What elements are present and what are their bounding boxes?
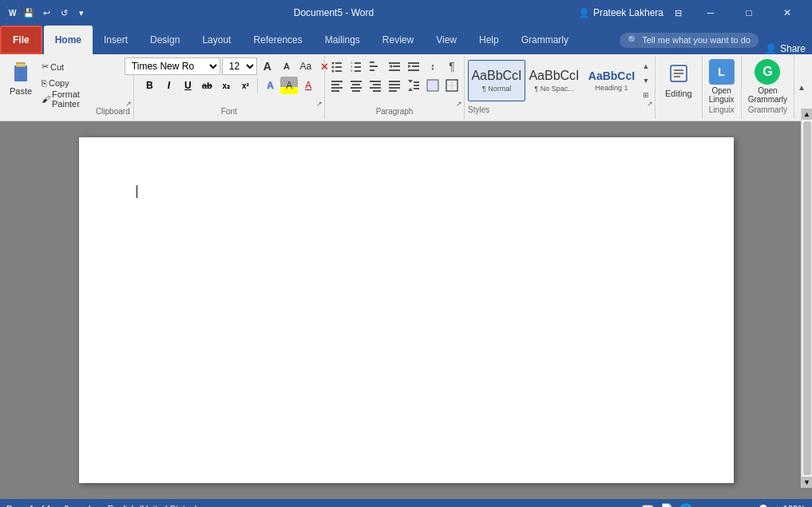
align-right-btn[interactable] [366,77,384,94]
font-row-1: Times New Ro 12 A A Aa ✕ [125,57,334,75]
tab-references[interactable]: References [242,26,313,54]
quick-access-toolbar: W 💾 ↩ ↺ ▾ [6,5,89,21]
read-mode-icon[interactable]: 📖 [641,503,654,508]
style-normal[interactable]: AaBbCcI ¶ Normal [468,60,525,101]
tell-me-input[interactable]: 🔍 Tell me what you want to do [620,33,759,48]
zoom-level: 100% [783,504,806,507]
tab-insert[interactable]: Insert [93,26,139,54]
svg-rect-46 [414,81,419,83]
tabs-row: File Home Insert Design Layout Reference… [0,26,812,54]
vertical-scrollbar[interactable]: ▲ ▼ [801,121,812,488]
text-effects-btn[interactable]: A [261,77,279,94]
title-bar-left: W 💾 ↩ ↺ ▾ [6,5,89,21]
scroll-thumb[interactable] [803,121,811,475]
language[interactable]: English (United States) [108,504,198,507]
clipboard-expand-icon[interactable]: ↗ [125,100,132,108]
close-btn[interactable]: ✕ [769,0,806,26]
paste-button[interactable]: Paste [3,57,38,117]
customize-quick-btn[interactable]: ▾ [73,5,89,21]
multilevel-list-btn[interactable] [366,57,384,75]
styles-scroll-up[interactable]: ▲ [640,60,652,73]
decrease-indent-btn[interactable] [386,57,403,75]
editing-button[interactable]: Editing [662,59,695,101]
line-spacing-btn[interactable] [405,77,422,94]
restore-btn[interactable]: ⊟ [670,5,686,21]
align-left-btn[interactable] [328,77,346,94]
web-view-icon[interactable]: 🌐 [679,503,692,508]
justify-btn[interactable] [386,77,403,94]
styles-expand-icon[interactable]: ↗ [647,100,653,108]
tab-layout[interactable]: Layout [191,26,242,54]
user-avatar-icon: 👤 [578,7,590,18]
document-page[interactable] [79,137,734,483]
grammarly-button[interactable]: G OpenGrammarly [748,59,787,104]
tab-mailings[interactable]: Mailings [314,26,371,54]
status-bar: Page 1 of 1 0 words English (United Stat… [0,499,812,507]
save-quick-btn[interactable]: 💾 [21,5,37,21]
font-grow-btn[interactable]: A [259,57,276,75]
tab-home[interactable]: Home [44,26,93,54]
subscript-btn[interactable]: x₂ [217,77,235,94]
linguix-group: L OpenLinguix Linguix [703,56,742,119]
tab-grammarly[interactable]: Grammarly [510,26,580,54]
tell-me-label: Tell me what you want to do [642,35,751,45]
border-btn[interactable] [443,77,461,94]
undo-quick-btn[interactable]: ↩ [38,5,54,21]
show-formatting-btn[interactable]: ¶ [443,57,461,75]
style-heading1[interactable]: AaBbCcI Heading 1 [583,60,640,101]
svg-rect-39 [373,90,381,92]
sort-btn[interactable]: ↕ [424,57,442,75]
cut-button[interactable]: ✂ Cut [38,59,96,74]
strikethrough-btn[interactable]: ab [198,77,216,94]
svg-point-9 [332,70,335,73]
zoom-in-btn[interactable]: + [774,504,779,507]
numbering-btn[interactable]: 1.2.3. [347,57,365,75]
font-color-btn[interactable]: A [299,77,317,94]
para-row-2 [328,77,461,94]
tab-review[interactable]: Review [371,26,425,54]
scroll-down-btn[interactable]: ▼ [802,477,813,488]
share-icon: 👤 [765,43,777,54]
tab-file[interactable]: File [0,26,42,54]
bold-btn[interactable]: B [141,77,158,94]
increase-indent-btn[interactable] [405,57,422,75]
font-expand-icon[interactable]: ↗ [316,100,323,108]
linguix-button[interactable]: L OpenLinguix [709,59,735,104]
superscript-btn[interactable]: x² [236,77,254,94]
tab-design[interactable]: Design [139,26,191,54]
document-area[interactable]: ▲ ▼ [0,121,812,499]
word-count[interactable]: 0 words [64,504,95,507]
maximize-btn[interactable]: □ [731,0,767,26]
styles-scroll-down[interactable]: ▼ [640,74,652,87]
share-button[interactable]: 👤 Share [765,43,806,54]
bullets-btn[interactable] [328,57,346,75]
redo-quick-btn[interactable]: ↺ [56,5,72,21]
page-info[interactable]: Page 1 of 1 [6,504,51,507]
italic-btn[interactable]: I [160,77,177,94]
minimize-btn[interactable]: ─ [692,0,729,26]
font-group: Times New Ro 12 A A Aa ✕ B I U ab x₂ x² … [134,56,325,119]
font-shrink-btn[interactable]: A [278,57,295,75]
format-painter-button[interactable]: 🖌 Format Painter [38,91,96,106]
font-size-select[interactable]: 12 [222,57,257,75]
tab-help[interactable]: Help [468,26,510,54]
print-layout-icon[interactable]: 📄 [660,503,673,508]
svg-rect-33 [352,84,360,85]
clipboard-side: ✂ Cut ⎘ Copy 🖌 Format Painter [38,57,96,117]
tab-view[interactable]: View [425,26,468,54]
zoom-out-btn[interactable]: ─ [699,504,705,507]
shading-btn[interactable] [424,77,442,94]
change-case-btn[interactable]: Aa [297,57,315,75]
align-center-btn[interactable] [347,77,365,94]
scissors-icon: ✂ [42,61,49,72]
font-separator [257,77,258,93]
underline-btn[interactable]: U [179,77,196,94]
font-name-select[interactable]: Times New Ro [125,57,220,75]
svg-rect-36 [370,81,381,82]
text-highlight-btn[interactable]: A [280,77,298,94]
paragraph-expand-icon[interactable]: ↗ [456,100,462,108]
svg-rect-18 [370,65,378,67]
style-no-spacing-preview: AaBbCcI [529,69,579,83]
copy-button[interactable]: ⎘ Copy [38,75,96,90]
style-no-spacing[interactable]: AaBbCcI ¶ No Spac... [525,60,583,101]
